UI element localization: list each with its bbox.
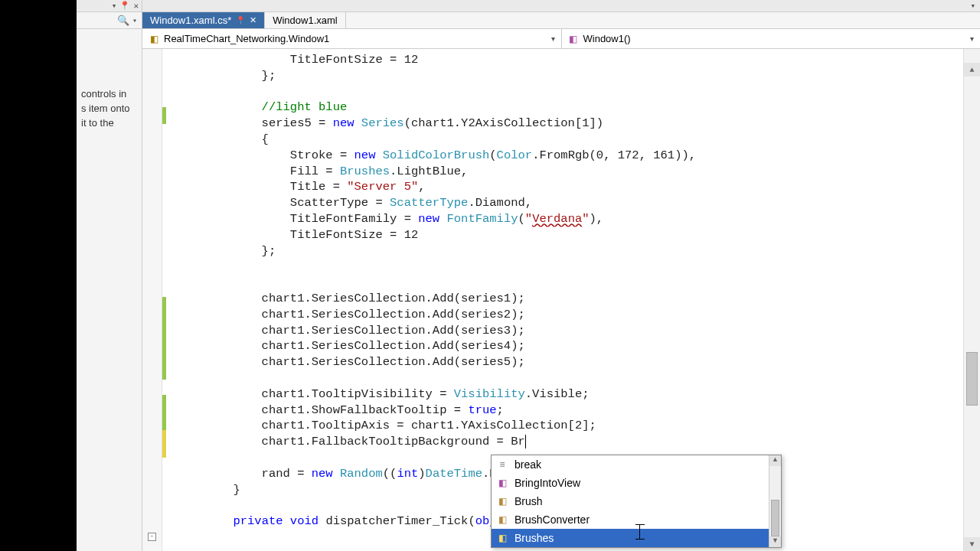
intellisense-scrollbar[interactable]: ▲ ▼ [769,455,781,547]
change-marker-unsaved [162,430,166,458]
intellisense-label: Brushes [514,532,554,544]
intellisense-item-brushes[interactable]: Brushes [492,529,781,547]
chevron-down-icon: ▾ [970,34,974,43]
intellisense-label: Brush [514,495,543,507]
toolbox-header: ▾ 📍 ✕ [77,0,142,12]
scroll-down-icon[interactable]: ▼ [769,536,781,547]
scroll-thumb[interactable] [966,352,978,406]
intellisense-item-break[interactable]: break [492,455,781,474]
chevron-down-icon[interactable]: ▾ [970,1,975,11]
scroll-thumb[interactable] [771,500,779,536]
chevron-down-icon: ▾ [551,34,555,43]
outline-gutter: - [142,49,162,551]
dropdown-icon[interactable]: ▾ [112,1,117,11]
intellisense-popup[interactable]: break BringIntoView Brush BrushConverter… [491,455,782,548]
intellisense-item-bringintoview[interactable]: BringIntoView [492,474,781,492]
collapse-region-icon[interactable]: - [148,533,156,541]
method-icon [496,477,508,489]
intellisense-label: BringIntoView [514,477,580,489]
class-icon: ◧ [149,34,159,44]
class-icon [496,514,508,526]
class-icon [496,495,508,507]
scroll-up-icon[interactable]: ▲ [769,455,781,466]
keyword-icon [496,458,508,471]
toolbox-search-row: 🔍 ▾ [77,12,142,29]
intellisense-label: BrushConverter [514,514,590,526]
class-name: RealTimeChart_Networking.Window1 [164,33,329,44]
toolbox-panel: ▾ 📍 ✕ 🔍 ▾ controls in s item onto it to … [77,0,142,551]
method-icon: ◧ [568,34,579,44]
navigation-bar: ◧ RealTimeChart_Networking.Window1 ▾ ◧ W… [142,29,980,49]
pin-icon[interactable]: 📍 [236,16,245,24]
chevron-down-icon[interactable]: ▾ [132,16,137,25]
tab-window1-cs[interactable]: Window1.xaml.cs* 📍 ✕ [142,12,265,28]
class-icon [496,532,508,544]
intellisense-item-brushconverter[interactable]: BrushConverter [492,510,781,529]
tab-label: Window1.xaml.cs* [150,15,231,26]
tab-label: Window1.xaml [273,15,338,26]
scroll-down-icon[interactable]: ▼ [964,537,980,551]
document-tab-bar: Window1.xaml.cs* 📍 ✕ Window1.xaml [142,12,980,29]
toolbox-hint-text: controls in s item onto it to the [77,83,142,135]
editor-top-strip: ▾ [142,0,980,12]
close-icon[interactable]: ✕ [250,15,256,25]
close-icon[interactable]: ✕ [133,1,139,11]
member-name: Window1() [583,33,631,44]
intellisense-item-brush[interactable]: Brush [492,492,781,510]
change-marker [162,395,166,430]
vertical-scrollbar[interactable]: ▲ ▼ [963,49,980,551]
change-marker [162,107,166,124]
search-icon[interactable]: 🔍 [117,15,129,27]
tab-window1-xaml[interactable]: Window1.xaml [265,12,346,28]
intellisense-label: break [514,458,541,471]
member-dropdown[interactable]: ◧ Window1() ▾ [562,29,981,48]
scroll-up-icon[interactable]: ▲ [964,63,980,77]
change-marker [162,297,166,380]
pin-icon[interactable]: 📍 [119,1,130,11]
class-dropdown[interactable]: ◧ RealTimeChart_Networking.Window1 ▾ [142,29,562,48]
